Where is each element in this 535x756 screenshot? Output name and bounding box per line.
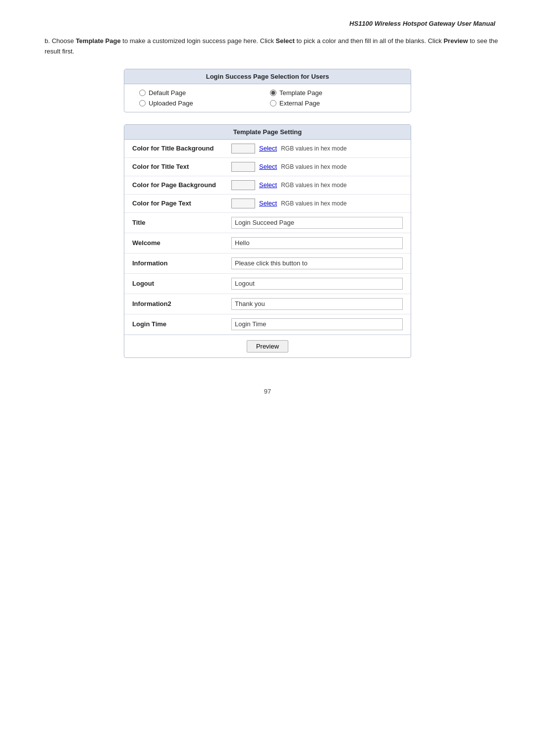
- label-color-title-text: Color for Title Text: [132, 163, 231, 170]
- label-color-title-bg: Color for Title Background: [132, 145, 231, 152]
- intro-middle1: to make a customized login success page …: [121, 37, 276, 45]
- label-title: Title: [132, 219, 231, 226]
- row-title: Title: [124, 213, 411, 233]
- row-color-page-text: Color for Page Text Select RGB values in…: [124, 195, 411, 213]
- radio-external-input[interactable]: [270, 100, 276, 106]
- control-logout: [231, 278, 403, 290]
- label-color-page-bg: Color for Page Background: [132, 181, 231, 189]
- input-login-time[interactable]: [231, 318, 403, 330]
- label-color-page-text: Color for Page Text: [132, 200, 231, 207]
- radio-uploaded-label: Uploaded Page: [149, 100, 193, 107]
- color-box-page-bg: [231, 180, 255, 190]
- row-color-page-bg: Color for Page Background Select RGB val…: [124, 176, 411, 195]
- template-panel: Template Page Setting Color for Title Ba…: [124, 124, 411, 358]
- label-login-time: Login Time: [132, 320, 231, 328]
- selection-panel: Login Success Page Selection for Users D…: [124, 69, 411, 112]
- intro-middle2: to pick a color and then fill in all of …: [295, 37, 444, 45]
- intro-bold1: Template Page: [76, 37, 121, 45]
- intro-paragraph: b. Choose Template Page to make a custom…: [30, 36, 505, 57]
- row-color-title-text: Color for Title Text Select RGB values i…: [124, 158, 411, 176]
- input-title[interactable]: [231, 217, 403, 229]
- radio-default-label: Default Page: [149, 89, 186, 97]
- row-logout: Logout: [124, 274, 411, 294]
- row-welcome: Welcome: [124, 233, 411, 253]
- control-login-time: [231, 318, 403, 330]
- radio-template-page[interactable]: Template Page: [270, 89, 396, 97]
- page-number: 97: [30, 388, 505, 395]
- label-information2: Information2: [132, 300, 231, 307]
- label-welcome: Welcome: [132, 239, 231, 247]
- hint-page-text: RGB values in hex mode: [281, 200, 347, 207]
- control-information2: [231, 298, 403, 310]
- label-logout: Logout: [132, 280, 231, 287]
- row-login-time: Login Time: [124, 314, 411, 335]
- input-welcome[interactable]: [231, 237, 403, 249]
- row-information2: Information2: [124, 294, 411, 314]
- template-panel-title: Template Page Setting: [124, 125, 411, 140]
- radio-template-input[interactable]: [270, 90, 276, 96]
- input-information[interactable]: [231, 257, 403, 269]
- control-title: [231, 217, 403, 229]
- control-welcome: [231, 237, 403, 249]
- selection-radio-grid: Default Page Template Page Uploaded Page…: [124, 84, 411, 112]
- select-link-title-text[interactable]: Select: [259, 163, 277, 170]
- radio-default-page[interactable]: Default Page: [139, 89, 265, 97]
- intro-bold3: Preview: [443, 37, 468, 45]
- hint-title-bg: RGB values in hex mode: [281, 145, 347, 152]
- radio-default-input[interactable]: [139, 90, 146, 96]
- page-header: HS1100 Wireless Hotspot Gateway User Man…: [30, 20, 505, 27]
- radio-external-label: External Page: [279, 100, 320, 107]
- hint-page-bg: RGB values in hex mode: [281, 182, 347, 189]
- preview-row: Preview: [124, 335, 411, 357]
- control-color-title-bg: Select RGB values in hex mode: [231, 144, 403, 153]
- intro-bold2: Select: [276, 37, 295, 45]
- row-information: Information: [124, 253, 411, 274]
- control-color-page-bg: Select RGB values in hex mode: [231, 180, 403, 190]
- radio-external-page[interactable]: External Page: [270, 100, 396, 107]
- intro-prefix: b. Choose: [45, 37, 76, 45]
- control-information: [231, 257, 403, 269]
- preview-button[interactable]: Preview: [247, 340, 288, 353]
- color-box-title-bg: [231, 144, 255, 153]
- color-box-page-text: [231, 199, 255, 208]
- radio-uploaded-input[interactable]: [139, 100, 146, 106]
- radio-template-label: Template Page: [279, 89, 322, 97]
- label-information: Information: [132, 259, 231, 267]
- control-color-page-text: Select RGB values in hex mode: [231, 199, 403, 208]
- color-box-title-text: [231, 162, 255, 172]
- select-link-page-text[interactable]: Select: [259, 200, 277, 207]
- selection-panel-title: Login Success Page Selection for Users: [124, 69, 411, 84]
- radio-uploaded-page[interactable]: Uploaded Page: [139, 100, 265, 107]
- input-information2[interactable]: [231, 298, 403, 310]
- select-link-title-bg[interactable]: Select: [259, 145, 277, 152]
- input-logout[interactable]: [231, 278, 403, 290]
- control-color-title-text: Select RGB values in hex mode: [231, 162, 403, 172]
- row-color-title-bg: Color for Title Background Select RGB va…: [124, 140, 411, 158]
- select-link-page-bg[interactable]: Select: [259, 181, 277, 189]
- hint-title-text: RGB values in hex mode: [281, 163, 347, 170]
